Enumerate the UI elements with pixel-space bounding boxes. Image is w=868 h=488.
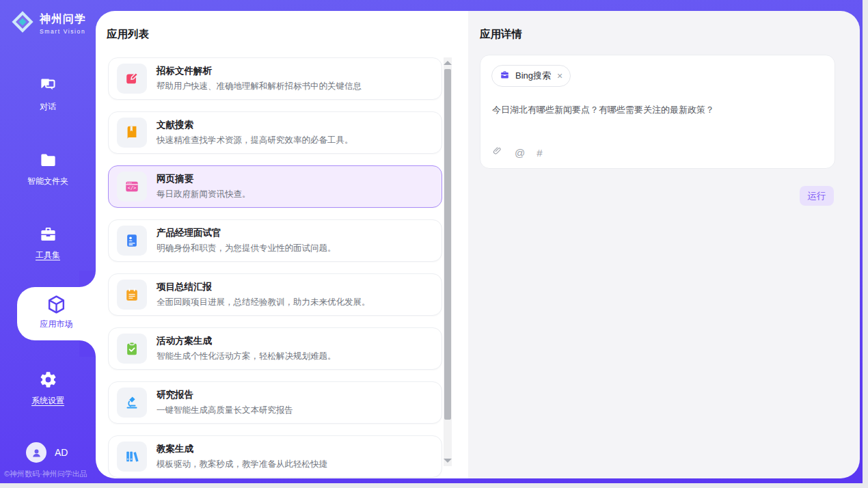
resume-icon [117,226,147,256]
svg-text:</>: </> [128,185,136,191]
app-card-desc: 快速精准查找学术资源，提高研究效率的必备工具。 [157,135,353,146]
chat-icon [0,77,96,95]
app-card-desc: 帮助用户快速、准确地理解和解析招标书中的关键信息 [157,81,362,92]
sidebar-item-toolset[interactable]: 工具集 [0,225,96,261]
content-container: 应用列表 招标文件解析 帮助用户快速、准确地理解和解析招标书中的关键信息 [96,11,860,478]
sidebar-item-smart-folder[interactable]: 智能文件夹 [0,151,96,187]
close-icon[interactable]: × [557,70,562,81]
run-button[interactable]: 运行 [800,186,834,206]
mention-icon[interactable]: @ [515,148,525,158]
tool-chip-label: Bing搜索 [515,70,551,82]
prompt-input[interactable]: 今日湖北有哪些新闻要点？有哪些需要关注的最新政策？ [492,103,821,117]
app-card-desc: 明确身份和职责，为您提供专业性的面试问题。 [157,243,336,254]
app-card-title: 产品经理面试官 [157,227,336,239]
app-card-literature-search[interactable]: 文献搜索 快速精准查找学术资源，提高研究效率的必备工具。 [108,111,442,154]
scroll-up-icon[interactable] [444,61,452,65]
app-card-bid-analysis[interactable]: 招标文件解析 帮助用户快速、准确地理解和解析招标书中的关键信息 [108,57,442,100]
book-icon [117,118,147,148]
app-card-project-summary[interactable]: 项目总结汇报 全面回顾项目进展，总结经验教训，助力未来优化发展。 [108,273,442,316]
toolbox-icon [0,225,96,243]
scrollbar-thumb[interactable] [444,69,451,420]
sidebar-item-label: 对话 [40,101,56,113]
sidebar-item-label: 工具集 [36,249,60,261]
app-card-desc: 每日政府新闻资讯快查。 [157,189,251,200]
gear-icon [0,370,96,389]
sidebar-item-label: 应用市场 [40,318,73,330]
clipboard-check-icon [117,334,147,364]
folder-icon [0,151,96,170]
logo-title: 神州问学 [40,12,86,27]
tool-chip-bing-search[interactable]: Bing搜索 × [491,65,571,87]
bubble-fillet-bottom [79,340,96,357]
sidebar-item-app-market[interactable]: 应用市场 [17,287,96,340]
app-background: 神州问学 Smart Vision 对话 智能文件夹 [0,0,863,483]
app-card-title: 项目总结汇报 [157,281,370,293]
prompt-toolbar: @ # [492,146,543,159]
app-card-title: 文献搜索 [157,119,353,131]
app-list-title: 应用列表 [107,27,149,42]
bubble-fillet-top [79,271,96,287]
logo-diamond-icon [11,10,34,36]
logo-subtitle: Smart Vision [40,28,86,35]
edit-square-icon [117,64,147,94]
sidebar-item-label: 系统设置 [31,395,64,407]
app-card-title: 教案生成 [157,443,327,455]
app-card-pm-interviewer[interactable]: 产品经理面试官 明确身份和职责，为您提供专业性的面试问题。 [108,219,442,262]
app-card-title: 活动方案生成 [157,335,336,347]
app-logo: 神州问学 Smart Vision [11,10,86,36]
paperclip-icon[interactable] [492,146,503,159]
avatar [26,442,46,463]
app-card-title: 招标文件解析 [157,65,362,77]
web-code-icon: </> [117,172,147,202]
app-card-web-summary[interactable]: </> 网页摘要 每日政府新闻资讯快查。 [108,165,442,208]
list-scrollbar[interactable] [444,57,452,466]
user-initials: AD [55,447,68,458]
hash-icon[interactable]: # [537,148,542,158]
app-card-title: 研究报告 [157,389,293,401]
sidebar-item-chat[interactable]: 对话 [0,77,96,113]
sidebar: 神州问学 Smart Vision 对话 智能文件夹 [0,0,96,483]
prompt-card[interactable]: Bing搜索 × 今日湖北有哪些新闻要点？有哪些需要关注的最新政策？ @ # [480,55,835,169]
app-card-desc: 智能生成个性化活动方案，轻松解决规划难题。 [157,351,336,362]
app-card-list: 招标文件解析 帮助用户快速、准确地理解和解析招标书中的关键信息 文献搜索 快速精… [108,57,442,478]
briefcase-icon [500,70,510,83]
app-card-desc: 一键智能生成高质量长文本研究报告 [157,405,293,416]
app-card-desc: 全面回顾项目进展，总结经验教训，助力未来优化发展。 [157,297,370,308]
sidebar-item-label: 智能文件夹 [27,176,68,187]
app-card-research-report[interactable]: 研究报告 一键智能生成高质量长文本研究报告 [108,381,442,424]
books-icon [117,442,147,472]
app-list-panel: 应用列表 招标文件解析 帮助用户快速、准确地理解和解析招标书中的关键信息 [96,11,468,478]
cube-icon [17,294,96,315]
notepad-icon [117,280,147,310]
app-card-title: 网页摘要 [157,173,251,185]
app-card-event-plan[interactable]: 活动方案生成 智能生成个性化活动方案，轻松解决规划难题。 [108,327,442,370]
sidebar-item-settings[interactable]: 系统设置 [0,370,96,407]
scroll-down-icon[interactable] [444,459,452,463]
app-card-lesson-plan[interactable]: 教案生成 模板驱动，教案秒成，教学准备从此轻松快捷 [108,435,442,478]
user-account[interactable]: AD [26,442,68,463]
copyright-text: ©神州数码·神州问学出品 [4,469,96,479]
app-card-desc: 模板驱动，教案秒成，教学准备从此轻松快捷 [157,459,327,470]
app-detail-panel: 应用详情 Bing搜索 × 今日湖北有哪些新闻要点？有哪些需要关注的最新政策？ [468,11,860,478]
app-detail-title: 应用详情 [480,27,522,42]
microscope-icon [117,388,147,418]
